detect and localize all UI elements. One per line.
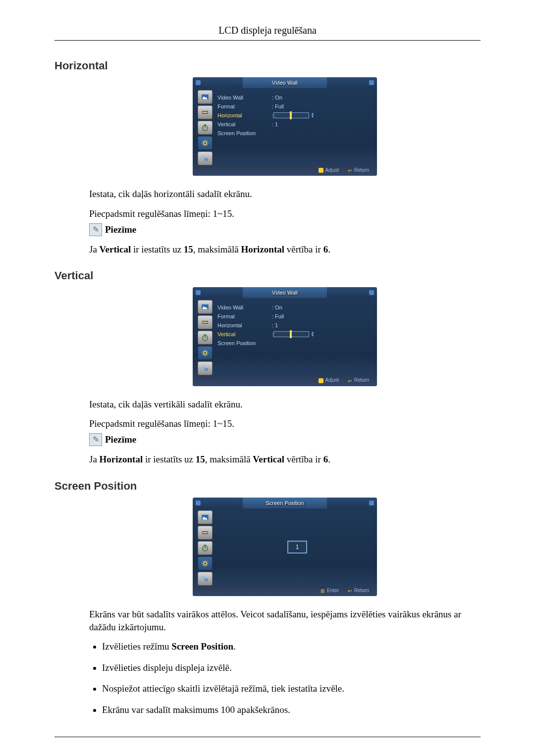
adjust-icon bbox=[319, 378, 323, 383]
osd-value: : On bbox=[272, 304, 282, 310]
list-item: Izvēlieties displeju displeja izvēlē. bbox=[102, 661, 481, 675]
osd-row-vertical-selected: Vertical:▲▼ bbox=[217, 330, 372, 339]
nav-icon-picture bbox=[198, 300, 213, 314]
osd-label: Screen Position bbox=[217, 130, 272, 136]
bullet-list: Izvēlieties režīmu Screen Position. Izvē… bbox=[89, 640, 481, 716]
para-levels: Piecpadsmit regulēšanas līmeņi: 1~15. bbox=[89, 417, 481, 430]
section-heading-horizontal: Horizontal bbox=[54, 59, 481, 72]
para-desc: Iestata, cik daļās vertikāli sadalīt ekr… bbox=[89, 398, 481, 411]
nav-icon-input bbox=[198, 315, 213, 329]
para-desc: Ekrāns var būt sadalīts vairākos attēlos… bbox=[89, 608, 481, 633]
osd-titlebar: Video Wall bbox=[193, 287, 377, 298]
osd-value: : 1 bbox=[272, 322, 278, 328]
svg-rect-5 bbox=[205, 158, 209, 161]
osd-titlebar: Video Wall bbox=[193, 77, 377, 88]
return-icon bbox=[348, 378, 353, 383]
osd-panel: Video Wall Video Wall: On Format: Full H… bbox=[193, 77, 377, 176]
osd-figure-vertical: Video Wall Video Wall: On Format: Full H… bbox=[89, 287, 481, 388]
nav-icon-settings bbox=[198, 136, 213, 150]
svg-rect-2 bbox=[204, 124, 207, 125]
nav-icon-settings bbox=[198, 346, 213, 360]
nav-icon-multi bbox=[198, 151, 213, 165]
osd-footer-return: Return bbox=[348, 588, 369, 593]
footer-label: Return bbox=[354, 167, 369, 173]
footer-label: Enter bbox=[327, 588, 339, 593]
note-row: ✎ Piezīme bbox=[89, 433, 481, 446]
osd-figure-horizontal: Video Wall Video Wall: On Format: Full H… bbox=[89, 77, 481, 178]
nav-icon-multi bbox=[198, 361, 213, 375]
note-row: ✎ Piezīme bbox=[89, 223, 481, 236]
osd-title: Video Wall bbox=[243, 287, 327, 298]
note-icon: ✎ bbox=[89, 223, 102, 236]
note-icon: ✎ bbox=[89, 433, 102, 446]
osd-value: : On bbox=[272, 95, 282, 101]
t: 15 bbox=[184, 244, 193, 254]
t: Horizontal bbox=[100, 454, 143, 464]
return-icon bbox=[348, 588, 353, 593]
osd-label: Horizontal bbox=[217, 322, 272, 328]
t: , maksimālā bbox=[193, 244, 241, 254]
osd-footer-adjust: Adjust bbox=[319, 377, 339, 383]
osd-footer-enter: Enter bbox=[321, 588, 339, 593]
nav-icon-timer bbox=[198, 331, 213, 345]
t: Ja bbox=[89, 454, 100, 464]
osd-panel: Video Wall Video Wall: On Format: Full H… bbox=[193, 287, 377, 386]
svg-point-15 bbox=[204, 562, 207, 565]
nav-icon-picture bbox=[198, 90, 213, 104]
nav-icon-multi bbox=[198, 572, 213, 586]
note-label: Piezīme bbox=[105, 434, 136, 445]
t: . bbox=[328, 454, 330, 464]
nav-icon-timer bbox=[198, 541, 213, 555]
footer-rule bbox=[54, 737, 481, 737]
osd-value: : Full bbox=[272, 313, 284, 319]
svg-rect-14 bbox=[204, 545, 207, 546]
t: ir iestatīts uz bbox=[131, 244, 184, 254]
svg-rect-17 bbox=[205, 578, 209, 581]
para-desc: Iestata, cik daļās horizontāli sadalīt e… bbox=[89, 188, 481, 201]
svg-rect-8 bbox=[204, 335, 207, 336]
osd-body: Video Wall: On Format: Full Horizontal: … bbox=[193, 298, 377, 375]
section-content-screen-position: Screen Position 1 Enter bbox=[89, 498, 481, 717]
osd-label: Format bbox=[217, 313, 272, 319]
osd-icon-column bbox=[193, 298, 217, 375]
osd-title: Screen Position bbox=[243, 498, 327, 508]
footer-label: Return bbox=[354, 377, 369, 383]
osd-titlebar: Screen Position bbox=[193, 498, 377, 508]
osd-icon-column bbox=[193, 88, 217, 165]
list-item: Nospiežot attiecīgo skaitli izvēlētajā r… bbox=[102, 682, 481, 696]
svg-point-3 bbox=[204, 142, 207, 145]
osd-body: 1 bbox=[193, 508, 377, 586]
page-header-title: LCD displeja regulēšana bbox=[54, 25, 481, 36]
list-item: Izvēlieties režīmu Screen Position. bbox=[102, 640, 481, 654]
t: 6 bbox=[323, 454, 328, 464]
screen-position-cell: 1 bbox=[287, 541, 307, 554]
t: ir iestatīts uz bbox=[143, 454, 196, 464]
t: . bbox=[328, 244, 330, 254]
t: vērtība ir bbox=[284, 454, 323, 464]
note-label: Piezīme bbox=[105, 224, 136, 235]
osd-footer-adjust: Adjust bbox=[319, 167, 339, 173]
osd-footer-return: Return bbox=[348, 377, 369, 383]
para-levels: Piecpadsmit regulēšanas līmeņi: 1~15. bbox=[89, 207, 481, 220]
osd-value: : 1 bbox=[272, 121, 278, 127]
osd-slider: ▲▼ bbox=[273, 331, 315, 338]
section-heading-screen-position: Screen Position bbox=[54, 480, 481, 493]
osd-label: Screen Position bbox=[217, 340, 272, 346]
osd-footer: Adjust Return bbox=[193, 375, 377, 386]
t: Screen Position bbox=[171, 641, 233, 652]
svg-point-9 bbox=[204, 352, 207, 354]
osd-slider: ▲▼ bbox=[273, 112, 315, 119]
t: Horizontal bbox=[241, 244, 284, 254]
t: Vertical bbox=[253, 454, 284, 464]
svg-rect-11 bbox=[205, 368, 209, 371]
nav-icon-input bbox=[198, 105, 213, 119]
osd-figure-screen-position: Screen Position 1 Enter bbox=[89, 498, 481, 598]
slider-arrows-icon: ▲▼ bbox=[311, 112, 315, 118]
osd-title: Video Wall bbox=[243, 77, 327, 88]
osd-panel: Screen Position 1 Enter bbox=[193, 498, 377, 596]
osd-row-video-wall: Video Wall: On bbox=[217, 93, 372, 102]
osd-row-format: Format: Full bbox=[217, 312, 372, 321]
osd-row-format: Format: Full bbox=[217, 102, 372, 111]
osd-body: Video Wall: On Format: Full Horizontal:▲… bbox=[193, 88, 377, 165]
note-text: Ja Vertical ir iestatīts uz 15, maksimāl… bbox=[89, 243, 481, 256]
